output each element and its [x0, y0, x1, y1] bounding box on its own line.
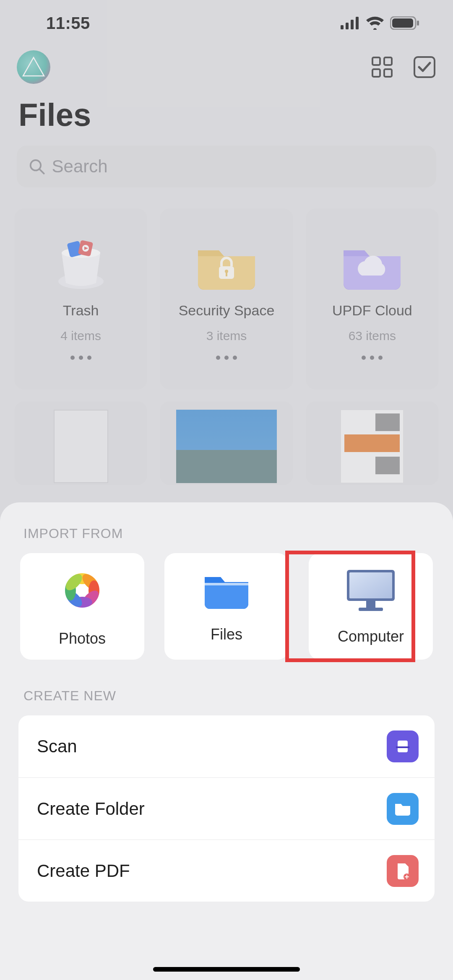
- create-label: Create Folder: [37, 799, 145, 819]
- create-section-title: CREATE NEW: [0, 660, 453, 715]
- pdf-add-icon: [387, 855, 419, 887]
- svg-rect-32: [205, 583, 248, 585]
- import-label: Files: [211, 626, 242, 643]
- create-scan-button[interactable]: Scan: [18, 715, 435, 777]
- create-list: Scan Create Folder Create PDF: [18, 715, 435, 902]
- create-folder-button[interactable]: Create Folder: [18, 777, 435, 840]
- photos-icon: [57, 565, 107, 616]
- create-label: Create PDF: [37, 861, 130, 881]
- import-section-title: IMPORT FROM: [0, 526, 453, 553]
- import-files-button[interactable]: Files: [164, 553, 289, 660]
- folder-add-icon: [387, 793, 419, 825]
- import-photos-button[interactable]: Photos: [20, 553, 144, 660]
- home-indicator[interactable]: [153, 967, 300, 972]
- action-sheet: IMPORT FROM Photos: [0, 502, 453, 980]
- folder-icon: [201, 569, 252, 611]
- create-label: Scan: [37, 736, 77, 756]
- create-pdf-button[interactable]: Create PDF: [18, 840, 435, 902]
- highlight-box: [285, 551, 415, 662]
- svg-rect-39: [396, 746, 409, 748]
- scan-icon: [387, 730, 419, 762]
- import-label: Photos: [59, 630, 106, 647]
